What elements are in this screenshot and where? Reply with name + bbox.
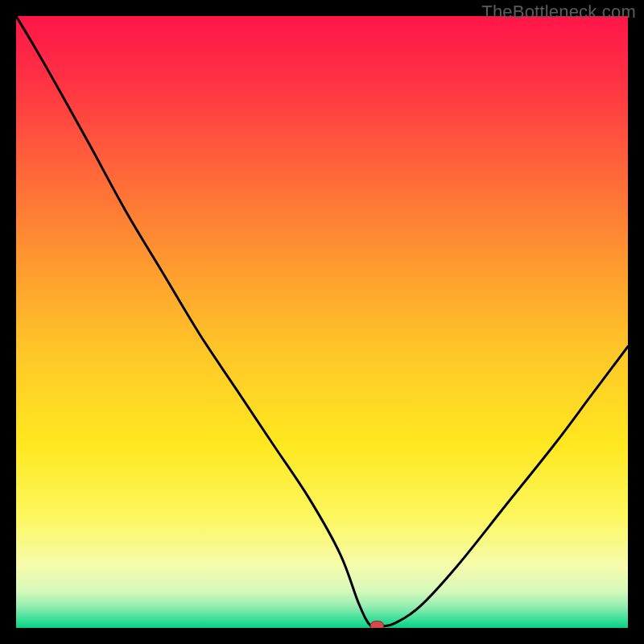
plot-area xyxy=(16,16,628,628)
chart-svg xyxy=(16,16,628,628)
chart-container: TheBottleneck.com xyxy=(0,0,644,644)
watermark-text: TheBottleneck.com xyxy=(481,2,636,23)
gradient-background xyxy=(16,16,628,628)
minimum-marker xyxy=(370,621,384,628)
